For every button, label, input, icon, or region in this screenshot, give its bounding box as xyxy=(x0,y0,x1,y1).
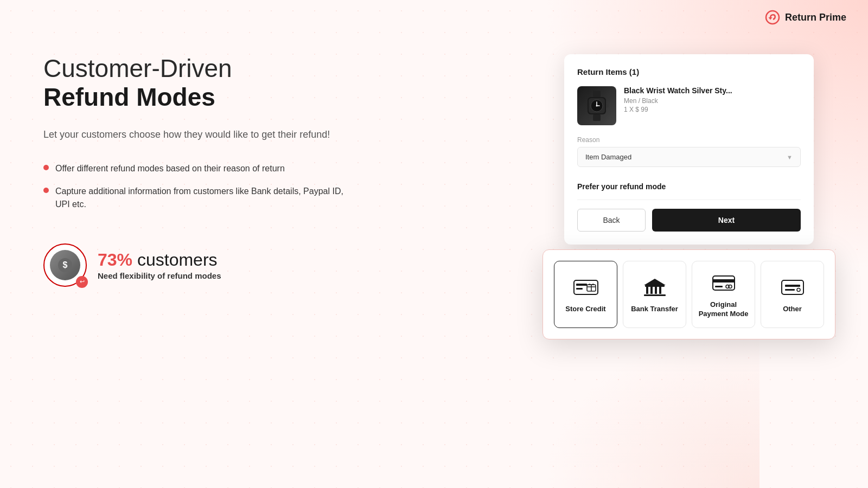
stat-sub: Need flexibility of refund modes xyxy=(98,271,221,280)
svg-rect-21 xyxy=(655,287,657,294)
bullet-text-2: Capture additional information from cust… xyxy=(55,185,347,211)
back-button[interactable]: Back xyxy=(577,209,646,232)
stat-text: 73% customers Need flexibility of refund… xyxy=(98,250,221,280)
svg-rect-8 xyxy=(606,104,609,107)
other-icon xyxy=(779,277,806,298)
svg-rect-27 xyxy=(715,286,723,287)
svg-marker-24 xyxy=(644,279,666,285)
refund-option-other[interactable]: Other xyxy=(761,261,824,328)
refund-option-store-credit[interactable]: Store Credit xyxy=(554,261,617,328)
product-image xyxy=(577,86,616,125)
original-payment-label: Original Payment Mode xyxy=(698,300,749,319)
reason-label: Reason xyxy=(577,136,801,144)
product-price: 1 X $ 99 xyxy=(624,106,801,113)
svg-point-33 xyxy=(797,288,800,292)
bullet-item-2: Capture additional information from cust… xyxy=(43,185,347,211)
stat-percent: 73% xyxy=(98,250,132,269)
logo-text: Return Prime xyxy=(785,12,846,23)
svg-rect-13 xyxy=(576,284,587,286)
stat-icon-inner: $ xyxy=(50,250,80,280)
bullet-text-1: Offer different refund modes based on th… xyxy=(55,162,285,175)
stat-icon-wrap: $ ↩ xyxy=(43,243,87,287)
svg-rect-4 xyxy=(593,114,601,121)
product-variant: Men / Black xyxy=(624,97,801,105)
store-credit-label: Store Credit xyxy=(565,305,605,314)
dropdown-arrow-icon: ▼ xyxy=(787,154,793,160)
svg-rect-31 xyxy=(785,285,800,287)
refund-mode-label: Prefer your refund mode xyxy=(577,176,801,191)
logo-area: Return Prime xyxy=(764,9,846,25)
next-button[interactable]: Next xyxy=(652,209,801,232)
svg-rect-19 xyxy=(646,287,648,294)
svg-rect-30 xyxy=(782,280,803,294)
product-row: Black Wrist Watch Silver Sty... Men / Bl… xyxy=(577,86,801,125)
refund-options: Store Credit Bank Transfer xyxy=(554,261,824,328)
svg-rect-3 xyxy=(593,91,601,97)
card-footer: Back Next xyxy=(577,200,801,232)
headline-light: Customer-Driven xyxy=(43,54,347,83)
refund-option-original-payment[interactable]: Original Payment Mode xyxy=(692,261,755,328)
subtitle: Let your customers choose how they would… xyxy=(43,127,347,143)
refund-mode-card: Store Credit Bank Transfer xyxy=(542,249,835,339)
svg-point-0 xyxy=(766,11,779,24)
navbar: Return Prime xyxy=(0,0,868,35)
reason-section: Reason Item Damaged ▼ xyxy=(577,136,801,167)
svg-point-11 xyxy=(596,105,598,107)
svg-rect-32 xyxy=(785,289,795,291)
bank-transfer-label: Bank Transfer xyxy=(631,305,678,314)
svg-rect-14 xyxy=(576,288,583,290)
svg-rect-23 xyxy=(645,285,665,287)
store-credit-icon xyxy=(572,277,599,298)
dollar-icon: $ xyxy=(58,258,73,273)
svg-rect-18 xyxy=(644,294,666,296)
reason-dropdown[interactable]: Item Damaged ▼ xyxy=(577,147,801,167)
product-details: Black Wrist Watch Silver Sty... Men / Bl… xyxy=(624,86,801,113)
bullet-list: Offer different refund modes based on th… xyxy=(43,162,347,211)
stat-box: $ ↩ 73% customers Need flexibility of re… xyxy=(43,243,347,287)
bullet-dot-1 xyxy=(43,165,49,170)
bullet-item-1: Offer different refund modes based on th… xyxy=(43,162,347,175)
bg-blob-br xyxy=(542,325,760,488)
headline-bold: Refund Modes xyxy=(43,83,347,112)
svg-rect-20 xyxy=(650,287,653,294)
svg-text:$: $ xyxy=(63,260,68,269)
svg-rect-26 xyxy=(713,279,735,282)
main-card: Return Items (1) xyxy=(564,54,814,245)
left-panel: Customer-Driven Refund Modes Let your cu… xyxy=(43,54,347,287)
refund-option-bank-transfer[interactable]: Bank Transfer xyxy=(623,261,686,328)
card-title: Return Items (1) xyxy=(577,67,801,76)
other-label: Other xyxy=(783,305,802,314)
bullet-dot-2 xyxy=(43,188,49,193)
reason-value: Item Damaged xyxy=(585,153,631,161)
product-name: Black Wrist Watch Silver Sty... xyxy=(624,86,801,95)
right-panel: Return Items (1) xyxy=(564,54,835,245)
svg-rect-22 xyxy=(659,287,661,294)
original-payment-icon xyxy=(710,272,737,294)
watch-image xyxy=(583,89,610,122)
bank-transfer-icon xyxy=(641,277,668,298)
arrow-icon: ↩ xyxy=(76,276,88,288)
stat-customers: customers xyxy=(132,250,217,269)
logo-icon xyxy=(764,9,781,25)
